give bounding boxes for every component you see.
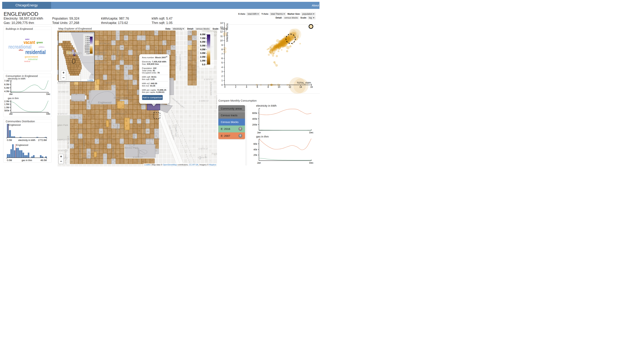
svg-text:S PARNELL AVE: S PARNELL AVE (133, 132, 135, 146)
svg-text:400k: 400k (252, 118, 257, 120)
svg-text:1772.6M: 1772.6M (38, 139, 47, 141)
svg-text:2.0M: 2.0M (4, 100, 9, 103)
svg-text:200k: 200k (252, 124, 257, 126)
svg-text:16: 16 (310, 86, 313, 88)
svg-text:5.0M: 5.0M (4, 87, 9, 89)
svg-text:S ABERDEEN ST: S ABERDEEN ST (79, 146, 81, 161)
svg-text:S ELIZABETH ST: S ELIZABETH ST (64, 149, 67, 165)
svg-text:S LAFAYETTE AVE: S LAFAYETTE AVE (179, 54, 181, 71)
svg-text:S NORMAL BLVD: S NORMAL BLVD (136, 51, 138, 66)
svg-text:S GREEN ST: S GREEN ST (103, 50, 105, 61)
svg-text:E 69TH ST: E 69TH ST (198, 157, 208, 159)
svg-text:S UNION AVE: S UNION AVE (117, 45, 119, 57)
svg-text:Englewood: Englewood (16, 144, 28, 146)
svg-text:electricity in kWh: electricity in kWh (8, 77, 26, 80)
svg-text:gas in thm: gas in thm (22, 159, 32, 162)
svg-text:7: 7 (222, 53, 223, 55)
svg-text:S MORGAN ST: S MORGAN ST (77, 131, 79, 145)
svg-text:9: 9 (222, 44, 223, 47)
svg-text:electricity in kWh: electricity in kWh (18, 139, 35, 141)
svg-text:S PRAIRIE AVE: S PRAIRIE AVE (216, 95, 217, 109)
svg-text:S INDIANA AVE: S INDIANA AVE (210, 82, 212, 96)
svg-text:2: 2 (235, 86, 236, 88)
svg-text:S PERRY AVE: S PERRY AVE (175, 124, 177, 137)
svg-text:14: 14 (299, 86, 302, 88)
svg-text:W 61ST ST: W 61ST ST (106, 82, 116, 84)
svg-text:Chicago: Chicago (68, 51, 82, 55)
svg-text:6.0M: 6.0M (4, 83, 9, 86)
svg-text:7.0M: 7.0M (4, 80, 9, 82)
svg-text:2: 2 (222, 75, 223, 78)
svg-text:1.4G: 1.4G (85, 40, 89, 41)
svg-text:S EMERALD AVE: S EMERALD AVE (112, 51, 114, 66)
svg-text:W 64TH ST: W 64TH ST (115, 113, 125, 115)
svg-text:5: 5 (222, 62, 223, 64)
svg-text:3: 3 (222, 70, 223, 73)
svg-text:400M: 400M (84, 49, 89, 51)
svg-text:W ENGLEWOOD AVE: W ENGLEWOOD AVE (114, 97, 134, 99)
svg-text:S MICHIGAN AVE: S MICHIGAN AVE (195, 62, 197, 78)
svg-text:0.0M: 0.0M (7, 139, 12, 141)
svg-text:gas in thm: gas in thm (8, 97, 19, 100)
svg-text:Englewood: Englewood (98, 101, 112, 104)
svg-text:School: School (124, 33, 129, 35)
svg-text:1.0M: 1.0M (4, 106, 9, 109)
svg-text:W MARQUETTE RD: W MARQUETTE RD (57, 139, 74, 141)
svg-text:1.6G: 1.6G (85, 38, 89, 39)
svg-text:gas in thm: gas in thm (256, 135, 269, 138)
svg-text:E 63RD ST: E 63RD ST (199, 100, 209, 102)
svg-text:Dec: Dec (309, 131, 314, 134)
svg-text:1.8G: 1.8G (85, 36, 89, 38)
svg-text:TOTAL_KWH: TOTAL_KWH (297, 82, 311, 84)
svg-text:W 66TH ST: W 66TH ST (77, 128, 86, 130)
svg-text:W 57TH ST: W 57TH ST (99, 43, 109, 45)
svg-text:E 59TH ST: E 59TH ST (204, 78, 214, 81)
svg-text:W 59TH ST: W 59TH ST (96, 62, 106, 64)
svg-text:12: 12 (220, 31, 223, 33)
svg-text:Becks Park: Becks Park (125, 146, 138, 149)
svg-text:S NORMAL AVE: S NORMAL AVE (137, 148, 140, 162)
svg-text:E 68TH ST: E 68TH ST (198, 148, 208, 150)
svg-text:20k: 20k (254, 154, 257, 156)
svg-text:8: 8 (268, 86, 269, 88)
svg-text:TOTAL_THERMS: TOTAL_THERMS (226, 23, 228, 42)
svg-text:800M: 800M (84, 45, 89, 47)
svg-text:W MARQUETTE RD: W MARQUETTE RD (142, 138, 160, 140)
svg-text:60k: 60k (254, 143, 257, 145)
svg-text:W 68TH ST: W 68TH ST (91, 149, 101, 151)
svg-text:1.5M: 1.5M (4, 103, 9, 106)
svg-text:W 64TH ST: W 64TH ST (58, 113, 68, 115)
svg-text:S LOWE AVE: S LOWE AVE (121, 50, 123, 61)
svg-text:S EMERALD AVE: S EMERALD AVE (112, 146, 114, 161)
svg-text:8: 8 (222, 48, 223, 51)
svg-text:Jan: Jan (257, 161, 261, 164)
svg-text:W MARQUETTE RD: W MARQUETTE RD (96, 138, 114, 140)
svg-text:Dec: Dec (309, 161, 314, 164)
svg-text:Jan: Jan (9, 93, 12, 95)
svg-text:4: 4 (246, 86, 247, 88)
svg-text:6: 6 (222, 57, 223, 60)
svg-text:W 69TH ST: W 69TH ST (82, 157, 92, 159)
svg-text:S WABASH AVE: S WABASH AVE (190, 47, 192, 62)
svg-text:Ogden Park: Ogden Park (57, 124, 68, 126)
svg-text:0: 0 (224, 86, 226, 88)
svg-text:600k: 600k (252, 112, 257, 114)
svg-text:11: 11 (220, 35, 223, 38)
svg-text:12: 12 (289, 86, 291, 88)
svg-text:1.2G: 1.2G (85, 41, 89, 43)
svg-text:S PEORIA ST: S PEORIA ST (97, 49, 99, 60)
svg-text:0: 0 (222, 84, 223, 86)
svg-text:S WALLACE ST: S WALLACE ST (126, 80, 129, 94)
svg-text:200M: 200M (84, 51, 89, 53)
svg-text:Jan: Jan (9, 113, 12, 115)
svg-text:Park M: Park M (212, 152, 217, 155)
svg-text:13: 13 (220, 26, 223, 29)
svg-text:4.0M: 4.0M (4, 90, 9, 93)
svg-text:0.0M: 0.0M (7, 159, 12, 162)
svg-text:14: 14 (220, 22, 223, 24)
svg-text:Dec: Dec (46, 113, 50, 115)
svg-text:S MAY ST: S MAY ST (73, 139, 75, 148)
svg-text:W 61ST ST: W 61ST ST (57, 82, 67, 84)
svg-text:S PERRY AVE: S PERRY AVE (175, 54, 177, 66)
svg-text:Englewood: Englewood (8, 124, 21, 126)
